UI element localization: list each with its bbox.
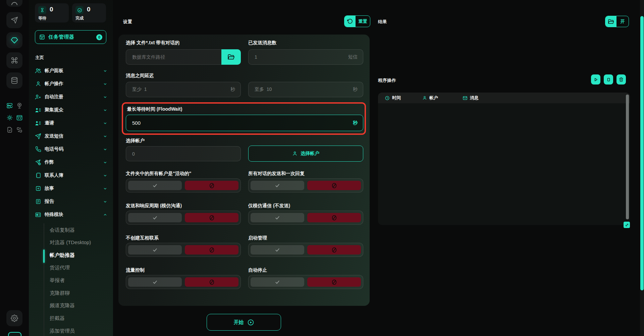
send-nav-button[interactable] xyxy=(6,12,22,28)
toggle-traffic-control xyxy=(126,275,241,289)
submenu-item-reporter[interactable]: 举报者 xyxy=(50,275,65,286)
sidebar-item-account-panel[interactable]: 帐户面板 xyxy=(35,64,107,77)
sidebar-item-phone-numbers[interactable]: 电话号码 xyxy=(35,143,107,156)
toggle-no-segment[interactable] xyxy=(185,213,238,222)
sidebar-item-contacts-book[interactable]: 联系人簿 xyxy=(35,169,107,182)
table-resize-handle[interactable] xyxy=(624,222,630,228)
sidebar-item-reports[interactable]: 报告 xyxy=(35,195,107,208)
sent-count-field: 短信 xyxy=(248,49,363,65)
newspaper-icon xyxy=(35,212,41,218)
toggle-yes-segment[interactable] xyxy=(251,245,304,255)
task-manager-button[interactable]: 任务管理器 0 xyxy=(35,30,106,44)
user-plus-icon xyxy=(35,94,41,100)
submenu-item-interceptor[interactable]: 拦截器 xyxy=(50,313,65,324)
toggle-yes-segment[interactable] xyxy=(128,181,182,190)
sidebar-item-stories[interactable]: 故事 xyxy=(35,182,107,195)
sidebar-item-home[interactable]: 主页 xyxy=(35,55,44,61)
start-button[interactable]: 开始 xyxy=(207,314,281,331)
sidebar-item-auto-register[interactable]: 自动注册 xyxy=(35,91,107,103)
toggle-yes-segment[interactable] xyxy=(251,181,304,190)
toggle-yes-segment[interactable] xyxy=(251,277,304,287)
delay-min-input[interactable] xyxy=(126,82,240,97)
toggle-yes-segment[interactable] xyxy=(128,277,182,287)
submenu-item-add-admin[interactable]: 添加管理员 xyxy=(50,325,75,336)
logo-button[interactable] xyxy=(6,0,22,7)
chevron-down-icon xyxy=(103,69,107,73)
reset-button[interactable]: 重置 xyxy=(344,15,370,27)
table-scrollbar-thumb[interactable] xyxy=(626,95,629,219)
submenu-item-session-copier[interactable]: 会话复制器 xyxy=(50,224,75,236)
folder-icon xyxy=(605,16,616,27)
floodwait-input[interactable] xyxy=(126,115,363,131)
accounts-count-input[interactable] xyxy=(126,147,240,161)
submenu-active-bar xyxy=(43,249,45,263)
sidebar: 0 等待 0 完成 任务管理器 0 主页 帐户面板 帐户操作 自动注册 聚集观众 xyxy=(29,0,113,336)
page-scrollbar-thumb[interactable] xyxy=(640,16,644,290)
toggle-label-2: 发送和响应周期 (模仿沟通) xyxy=(126,203,182,209)
browse-file-button[interactable] xyxy=(221,49,241,65)
stop-button[interactable] xyxy=(604,74,613,85)
sidebar-item-gather-audience[interactable]: 聚集观众 xyxy=(35,104,107,116)
toggle-send-response-cycle xyxy=(126,211,241,225)
task-manager-badge: 0 xyxy=(96,34,102,40)
delay-label: 消息之间延迟 xyxy=(126,73,154,79)
open-results-button[interactable]: 开 xyxy=(605,16,629,27)
waiting-counter: 0 等待 xyxy=(35,3,69,22)
settings-card xyxy=(118,35,370,306)
diamond-nav-button[interactable] xyxy=(6,32,22,48)
document-check-icon[interactable] xyxy=(6,126,13,133)
swap-icon[interactable] xyxy=(16,126,23,133)
toggle-yes-segment[interactable] xyxy=(128,245,182,255)
toggle-accounts-active xyxy=(126,178,241,192)
toggle-no-segment[interactable] xyxy=(307,245,361,255)
sidebar-item-account-actions[interactable]: 帐户操作 xyxy=(35,77,107,90)
webcam-icon[interactable] xyxy=(16,102,23,109)
task-manager-label: 任务管理器 xyxy=(48,34,96,40)
run-button[interactable] xyxy=(591,74,600,85)
settings-gear-button[interactable] xyxy=(6,310,22,326)
sidebar-item-special-modules[interactable]: 特殊模块 xyxy=(35,208,107,221)
toggle-auto-stop xyxy=(248,275,363,289)
command-nav-button[interactable] xyxy=(6,52,22,68)
sidebar-item-invite[interactable]: 邀请 xyxy=(35,117,107,129)
chevron-down-icon xyxy=(103,82,107,86)
toggle-no-segment[interactable] xyxy=(307,277,361,287)
sidebar-item-send-sms[interactable]: 发送短信 xyxy=(35,130,107,143)
delay-max-suffix: 秒 xyxy=(353,87,358,93)
database-nav-button[interactable] xyxy=(6,72,22,89)
toggle-label-0: 文件夹中的所有帐户是"活动的" xyxy=(126,171,191,177)
toggle-label-4: 不创建互相联系 xyxy=(126,235,159,241)
sidebar-item-cheat[interactable]: 作弊 xyxy=(35,156,107,169)
toggle-no-segment[interactable] xyxy=(185,181,238,190)
submenu-item-freight-agent[interactable]: 货运代理 xyxy=(50,262,70,273)
trash-icon xyxy=(619,77,624,82)
toggle-no-segment[interactable] xyxy=(185,277,238,287)
select-accounts-button[interactable]: 选择帐户 xyxy=(248,146,363,162)
user-icon xyxy=(35,81,41,87)
toggle-no-segment[interactable] xyxy=(307,213,361,222)
partial-bottom-button[interactable] xyxy=(8,332,21,336)
check-circle-icon xyxy=(75,6,84,14)
sent-count-input[interactable] xyxy=(249,50,363,64)
sent-count-label: 已发送消息数 xyxy=(248,40,276,46)
user-list-icon xyxy=(35,107,41,113)
submenu-item-account-booster[interactable]: 帐户助推器 xyxy=(50,249,75,261)
submenu-item-clone-group[interactable]: 克隆群聊 xyxy=(50,287,70,299)
toggle-no-segment[interactable] xyxy=(185,245,238,255)
column-header-time: 时间 xyxy=(385,93,401,103)
submenu-guide-line xyxy=(44,223,44,336)
submenu-item-channel-cloner[interactable]: 频道克隆器 xyxy=(50,300,75,311)
server-check-icon[interactable] xyxy=(6,102,13,109)
mail-icon xyxy=(463,96,468,101)
code-window-icon[interactable] xyxy=(16,114,23,121)
delay-max-input[interactable] xyxy=(249,82,363,97)
submenu-item-convector-tdesktop[interactable]: 对流器 (TDesktop) xyxy=(50,237,91,248)
toggle-no-segment[interactable] xyxy=(307,181,361,190)
results-title: 结果 xyxy=(378,19,387,25)
gear-bot-icon[interactable] xyxy=(6,114,13,121)
toggle-yes-segment[interactable] xyxy=(128,213,182,222)
floodwait-field: 秒 xyxy=(126,115,363,131)
clear-log-button[interactable] xyxy=(616,74,626,85)
toggle-yes-segment[interactable] xyxy=(251,213,304,222)
diamond-icon xyxy=(10,36,18,44)
